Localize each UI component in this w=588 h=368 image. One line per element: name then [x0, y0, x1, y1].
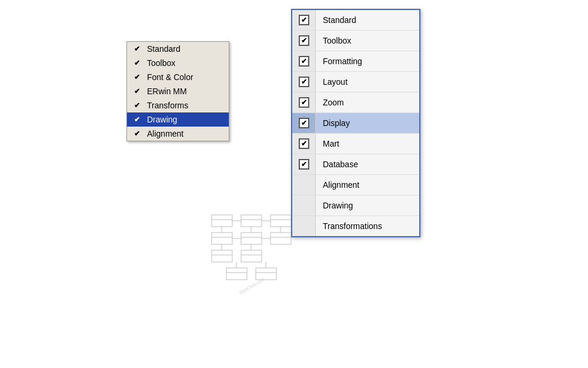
checkbox-cell: ✔ [292, 134, 316, 154]
right-menu-item-toolbox[interactable]: ✔Toolbox [292, 31, 419, 51]
right-menu-item-drawing[interactable]: Drawing [292, 195, 419, 216]
check-icon: ✔ [299, 118, 309, 128]
right-menu-item-label: Database [316, 157, 419, 172]
left-menu-item-font-&-color[interactable]: ✔Font & Color [127, 70, 229, 84]
svg-rect-8 [241, 233, 262, 244]
right-menu-item-label: Zoom [316, 95, 419, 110]
check-icon: ✔ [299, 97, 309, 108]
right-menu-item-label: Display [316, 115, 419, 131]
right-menu-item-label: Alignment [316, 177, 419, 193]
menu-item-label: Font & Color [147, 72, 193, 82]
left-menu-item-alignment[interactable]: ✔Alignment [127, 127, 229, 141]
menu-item-label: Alignment [147, 129, 183, 138]
checkbox-cell: ✔ [292, 51, 316, 71]
menu-item-label: Toolbox [147, 58, 175, 68]
right-menu-item-alignment[interactable]: Alignment [292, 175, 419, 195]
right-menu: ✔Standard✔Toolbox✔Formatting✔Layout✔Zoom… [291, 9, 420, 237]
checkbox-cell: ✔ [292, 113, 316, 133]
check-icon: ✔ [299, 15, 309, 25]
checkbox-cell: ✔ [292, 72, 316, 92]
svg-rect-14 [241, 250, 262, 262]
right-menu-item-formatting[interactable]: ✔Formatting [292, 51, 419, 72]
right-menu-item-label: Drawing [316, 198, 419, 213]
checkbox-cell: ✔ [292, 92, 316, 112]
right-menu-item-label: Toolbox [316, 33, 419, 48]
svg-rect-4 [270, 215, 291, 227]
checkbox-cell: ✔ [292, 154, 316, 174]
left-menu-item-toolbox[interactable]: ✔Toolbox [127, 56, 229, 70]
svg-rect-2 [241, 215, 262, 227]
right-menu-item-label: Layout [316, 74, 419, 89]
menu-item-label: Standard [147, 44, 181, 54]
check-icon: ✔ [299, 138, 309, 149]
diagram-thumbnail: DynClub.com [209, 212, 297, 294]
right-menu-item-layout[interactable]: ✔Layout [292, 72, 419, 92]
right-menu-item-label: Standard [316, 12, 419, 28]
check-icon: ✔ [134, 87, 143, 95]
right-menu-item-display[interactable]: ✔Display [292, 113, 419, 134]
checkbox-cell: ✔ [292, 31, 316, 51]
svg-rect-6 [212, 233, 232, 244]
left-menu-item-standard[interactable]: ✔Standard [127, 42, 229, 56]
checkbox-cell [292, 175, 316, 195]
check-icon: ✔ [134, 73, 143, 81]
menu-item-label: Transforms [147, 101, 188, 110]
check-icon: ✔ [299, 159, 309, 170]
svg-rect-0 [212, 215, 232, 227]
right-menu-item-standard[interactable]: ✔Standard [292, 10, 419, 31]
check-icon: ✔ [299, 35, 309, 46]
left-menu: ✔Standard✔Toolbox✔Font & Color✔ERwin MM✔… [126, 41, 229, 141]
check-icon: ✔ [134, 59, 143, 67]
right-menu-item-database[interactable]: ✔Database [292, 154, 419, 175]
right-menu-item-label: Transformations [316, 218, 419, 234]
check-icon: ✔ [134, 101, 143, 110]
check-icon: ✔ [134, 115, 143, 124]
right-menu-item-transformations[interactable]: Transformations [292, 216, 419, 236]
svg-rect-10 [270, 233, 291, 244]
check-icon: ✔ [134, 45, 143, 53]
left-menu-item-erwin-mm[interactable]: ✔ERwin MM [127, 84, 229, 98]
right-menu-item-label: Formatting [316, 54, 419, 69]
menu-item-label: ERwin MM [147, 87, 187, 96]
checkbox-cell: ✔ [292, 10, 316, 30]
check-icon: ✔ [299, 56, 309, 67]
right-menu-item-label: Mart [316, 136, 419, 151]
check-icon: ✔ [134, 130, 143, 138]
left-menu-item-drawing[interactable]: ✔Drawing [127, 112, 229, 127]
check-icon: ✔ [299, 77, 309, 87]
svg-rect-16 [226, 268, 247, 280]
svg-rect-12 [212, 250, 232, 262]
left-menu-item-transforms[interactable]: ✔Transforms [127, 98, 229, 112]
svg-rect-18 [256, 268, 276, 280]
right-menu-item-zoom[interactable]: ✔Zoom [292, 92, 419, 113]
right-menu-item-mart[interactable]: ✔Mart [292, 134, 419, 154]
menu-item-label: Drawing [147, 115, 177, 124]
